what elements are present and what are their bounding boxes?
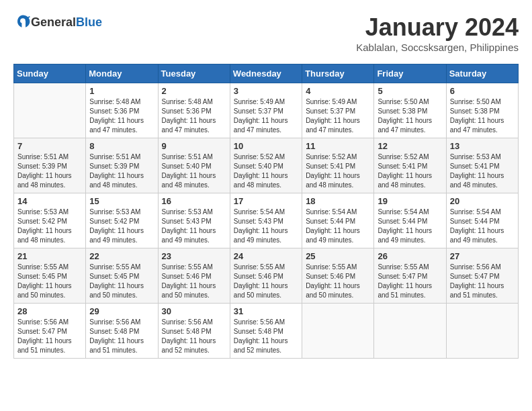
day-info: Sunrise: 5:52 AM Sunset: 5:41 PM Dayligh… xyxy=(378,152,442,190)
day-info: Sunrise: 5:53 AM Sunset: 5:43 PM Dayligh… xyxy=(162,208,226,245)
week-row-3: 14Sunrise: 5:53 AM Sunset: 5:42 PM Dayli… xyxy=(14,193,519,248)
day-number: 31 xyxy=(234,306,298,316)
header-day-tuesday: Tuesday xyxy=(158,64,230,83)
day-info: Sunrise: 5:52 AM Sunset: 5:41 PM Dayligh… xyxy=(306,152,370,190)
day-number: 29 xyxy=(89,306,154,316)
day-info: Sunrise: 5:54 AM Sunset: 5:44 PM Dayligh… xyxy=(306,208,370,245)
day-info: Sunrise: 5:56 AM Sunset: 5:48 PM Dayligh… xyxy=(234,318,298,355)
day-number: 3 xyxy=(234,86,298,96)
day-info: Sunrise: 5:51 AM Sunset: 5:40 PM Dayligh… xyxy=(162,152,226,190)
day-info: Sunrise: 5:51 AM Sunset: 5:39 PM Dayligh… xyxy=(89,152,154,190)
week-row-5: 28Sunrise: 5:56 AM Sunset: 5:47 PM Dayli… xyxy=(14,304,519,359)
header-day-saturday: Saturday xyxy=(446,64,518,83)
day-number: 11 xyxy=(306,141,370,151)
calendar-cell: 20Sunrise: 5:54 AM Sunset: 5:44 PM Dayli… xyxy=(446,193,518,248)
day-number: 13 xyxy=(450,141,515,151)
day-number: 8 xyxy=(89,141,154,151)
header-day-wednesday: Wednesday xyxy=(230,64,302,83)
day-number: 2 xyxy=(162,86,226,96)
day-info: Sunrise: 5:55 AM Sunset: 5:45 PM Dayligh… xyxy=(89,263,154,300)
calendar-cell: 12Sunrise: 5:52 AM Sunset: 5:41 PM Dayli… xyxy=(374,138,446,193)
day-number: 7 xyxy=(17,141,82,151)
day-number: 9 xyxy=(162,141,226,151)
calendar-cell: 2Sunrise: 5:48 AM Sunset: 5:36 PM Daylig… xyxy=(158,83,230,138)
day-number: 18 xyxy=(306,196,370,206)
day-number: 12 xyxy=(378,141,442,151)
day-number: 6 xyxy=(450,86,515,96)
day-number: 16 xyxy=(162,196,226,206)
calendar-cell: 29Sunrise: 5:56 AM Sunset: 5:48 PM Dayli… xyxy=(86,304,158,359)
day-info: Sunrise: 5:56 AM Sunset: 5:48 PM Dayligh… xyxy=(162,318,226,355)
day-info: Sunrise: 5:55 AM Sunset: 5:45 PM Dayligh… xyxy=(17,263,82,300)
location-subtitle: Kablalan, Soccsksargen, Philippines xyxy=(356,42,519,53)
calendar-cell: 24Sunrise: 5:55 AM Sunset: 5:46 PM Dayli… xyxy=(230,248,302,304)
calendar-cell: 4Sunrise: 5:49 AM Sunset: 5:37 PM Daylig… xyxy=(302,83,374,138)
day-info: Sunrise: 5:48 AM Sunset: 5:36 PM Dayligh… xyxy=(89,97,154,135)
logo-general-text: General xyxy=(31,15,76,29)
day-number: 20 xyxy=(450,196,515,206)
week-row-1: 1Sunrise: 5:48 AM Sunset: 5:36 PM Daylig… xyxy=(14,83,519,138)
day-info: Sunrise: 5:53 AM Sunset: 5:42 PM Dayligh… xyxy=(89,208,154,245)
day-number: 4 xyxy=(306,86,370,96)
day-number: 28 xyxy=(17,306,82,316)
calendar-cell: 26Sunrise: 5:55 AM Sunset: 5:47 PM Dayli… xyxy=(374,248,446,304)
day-info: Sunrise: 5:48 AM Sunset: 5:36 PM Dayligh… xyxy=(162,97,226,135)
day-info: Sunrise: 5:54 AM Sunset: 5:44 PM Dayligh… xyxy=(378,208,442,245)
calendar-cell: 8Sunrise: 5:51 AM Sunset: 5:39 PM Daylig… xyxy=(86,138,158,193)
logo-icon xyxy=(15,13,31,30)
day-number: 14 xyxy=(17,196,82,206)
calendar-table: SundayMondayTuesdayWednesdayThursdayFrid… xyxy=(13,64,519,359)
week-row-2: 7Sunrise: 5:51 AM Sunset: 5:39 PM Daylig… xyxy=(14,138,519,193)
calendar-cell: 15Sunrise: 5:53 AM Sunset: 5:42 PM Dayli… xyxy=(86,193,158,248)
calendar-cell: 16Sunrise: 5:53 AM Sunset: 5:43 PM Dayli… xyxy=(158,193,230,248)
day-info: Sunrise: 5:51 AM Sunset: 5:39 PM Dayligh… xyxy=(17,152,82,190)
day-info: Sunrise: 5:55 AM Sunset: 5:46 PM Dayligh… xyxy=(306,263,370,300)
day-number: 27 xyxy=(450,251,515,261)
day-info: Sunrise: 5:55 AM Sunset: 5:47 PM Dayligh… xyxy=(378,263,442,300)
calendar-cell: 14Sunrise: 5:53 AM Sunset: 5:42 PM Dayli… xyxy=(14,193,86,248)
day-info: Sunrise: 5:49 AM Sunset: 5:37 PM Dayligh… xyxy=(234,97,298,135)
header-day-sunday: Sunday xyxy=(14,64,86,83)
calendar-cell xyxy=(374,304,446,359)
calendar-cell: 11Sunrise: 5:52 AM Sunset: 5:41 PM Dayli… xyxy=(302,138,374,193)
day-info: Sunrise: 5:54 AM Sunset: 5:43 PM Dayligh… xyxy=(234,208,298,245)
day-info: Sunrise: 5:55 AM Sunset: 5:46 PM Dayligh… xyxy=(162,263,226,300)
day-number: 19 xyxy=(378,196,442,206)
calendar-cell: 31Sunrise: 5:56 AM Sunset: 5:48 PM Dayli… xyxy=(230,304,302,359)
day-number: 15 xyxy=(89,196,154,206)
calendar-cell xyxy=(14,83,86,138)
day-number: 1 xyxy=(89,86,154,96)
day-number: 21 xyxy=(17,251,82,261)
day-info: Sunrise: 5:49 AM Sunset: 5:37 PM Dayligh… xyxy=(306,97,370,135)
calendar-cell: 30Sunrise: 5:56 AM Sunset: 5:48 PM Dayli… xyxy=(158,304,230,359)
header-day-thursday: Thursday xyxy=(302,64,374,83)
calendar-cell: 17Sunrise: 5:54 AM Sunset: 5:43 PM Dayli… xyxy=(230,193,302,248)
day-info: Sunrise: 5:52 AM Sunset: 5:40 PM Dayligh… xyxy=(234,152,298,190)
day-number: 5 xyxy=(378,86,442,96)
calendar-cell: 5Sunrise: 5:50 AM Sunset: 5:38 PM Daylig… xyxy=(374,83,446,138)
day-info: Sunrise: 5:50 AM Sunset: 5:38 PM Dayligh… xyxy=(450,97,515,135)
calendar-cell: 7Sunrise: 5:51 AM Sunset: 5:39 PM Daylig… xyxy=(14,138,86,193)
calendar-cell: 22Sunrise: 5:55 AM Sunset: 5:45 PM Dayli… xyxy=(86,248,158,304)
calendar-cell: 18Sunrise: 5:54 AM Sunset: 5:44 PM Dayli… xyxy=(302,193,374,248)
day-info: Sunrise: 5:54 AM Sunset: 5:44 PM Dayligh… xyxy=(450,208,515,245)
month-year-title: January 2024 xyxy=(356,13,519,42)
calendar-cell: 25Sunrise: 5:55 AM Sunset: 5:46 PM Dayli… xyxy=(302,248,374,304)
day-info: Sunrise: 5:55 AM Sunset: 5:46 PM Dayligh… xyxy=(234,263,298,300)
day-number: 22 xyxy=(89,251,154,261)
day-number: 10 xyxy=(234,141,298,151)
calendar-cell: 9Sunrise: 5:51 AM Sunset: 5:40 PM Daylig… xyxy=(158,138,230,193)
day-number: 23 xyxy=(162,251,226,261)
logo-blue-text: Blue xyxy=(76,15,102,29)
week-row-4: 21Sunrise: 5:55 AM Sunset: 5:45 PM Dayli… xyxy=(14,248,519,304)
day-number: 25 xyxy=(306,251,370,261)
day-info: Sunrise: 5:56 AM Sunset: 5:47 PM Dayligh… xyxy=(450,263,515,300)
title-block: January 2024 Kablalan, Soccsksargen, Phi… xyxy=(356,13,519,53)
calendar-cell: 3Sunrise: 5:49 AM Sunset: 5:37 PM Daylig… xyxy=(230,83,302,138)
day-info: Sunrise: 5:50 AM Sunset: 5:38 PM Dayligh… xyxy=(378,97,442,135)
calendar-cell xyxy=(302,304,374,359)
header-day-friday: Friday xyxy=(374,64,446,83)
calendar-cell: 21Sunrise: 5:55 AM Sunset: 5:45 PM Dayli… xyxy=(14,248,86,304)
day-info: Sunrise: 5:53 AM Sunset: 5:42 PM Dayligh… xyxy=(17,208,82,245)
calendar-cell: 27Sunrise: 5:56 AM Sunset: 5:47 PM Dayli… xyxy=(446,248,518,304)
